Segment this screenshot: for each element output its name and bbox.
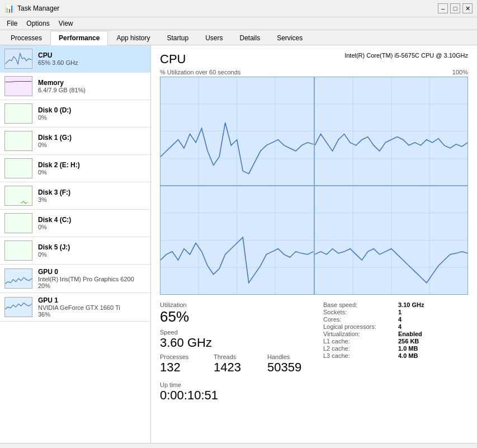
cpu-model: Intel(R) Core(TM) i5-5675C CPU @ 3.10GHz <box>344 52 468 59</box>
stats-section: Utilization 65% Speed 3.60 GHz Processes… <box>160 301 468 406</box>
sidebar-item-memory[interactable]: Memory 6.4/7.9 GB (81%) <box>0 73 150 100</box>
disk4-mini-graph <box>5 214 32 233</box>
disk2-name: Disk 2 (E: H:) <box>38 161 146 169</box>
uptime-label: Up time <box>160 381 312 388</box>
tab-processes[interactable]: Processes <box>2 31 50 45</box>
sidebar-item-disk0[interactable]: Disk 0 (D:) 0% <box>0 100 150 128</box>
sidebar-item-disk3[interactable]: Disk 3 (F:) 3% <box>0 182 150 210</box>
speed-label-text: Speed <box>160 329 312 336</box>
graph-panel-top-left <box>160 77 314 185</box>
cpu-header: CPU Intel(R) Core(TM) i5-5675C CPU @ 3.1… <box>160 52 468 67</box>
gpu0-percent: 20% <box>38 282 146 289</box>
gpu1-percent: 36% <box>38 311 146 318</box>
disk2-value: 0% <box>38 169 146 176</box>
graph-panel-bottom-left <box>160 186 314 294</box>
disk0-value: 0% <box>38 114 146 121</box>
gpu1-mini-graph <box>5 298 32 317</box>
l3-val: 4.0 MB <box>398 352 418 359</box>
base-speed-key: Base speed: <box>323 301 396 308</box>
processes-label-text: Processes <box>160 353 205 360</box>
disk0-info: Disk 0 (D:) 0% <box>38 106 146 121</box>
uptime-group: Up time 0:00:10:51 <box>160 381 312 403</box>
uptime-value: 0:00:10:51 <box>160 388 312 403</box>
spec-virt: Virtualization: Enabled <box>323 331 468 337</box>
tab-users[interactable]: Users <box>197 31 231 45</box>
disk0-thumbnail <box>4 103 32 124</box>
svg-rect-7 <box>5 241 32 261</box>
disk1-mini-graph <box>5 131 32 151</box>
svg-rect-9 <box>5 298 31 317</box>
utilization-value: 65% <box>160 308 312 326</box>
stats-right: Base speed: 3.10 GHz Sockets: 1 Cores: 4… <box>323 301 468 406</box>
logical-val: 4 <box>398 323 402 330</box>
cpu-value: 65% 3.60 GHz <box>38 59 146 66</box>
disk4-name: Disk 4 (C:) <box>38 216 146 224</box>
disk1-name: Disk 1 (G:) <box>38 134 146 142</box>
disk3-thumbnail <box>4 186 32 206</box>
l2-key: L2 cache: <box>323 345 396 352</box>
sockets-key: Sockets: <box>323 309 396 315</box>
sidebar-item-gpu0[interactable]: GPU 0 Intel(R) Iris(TM) Pro Graphics 620… <box>0 265 150 293</box>
tab-performance[interactable]: Performance <box>50 31 108 45</box>
memory-mini-graph <box>5 77 32 96</box>
gpu0-name: GPU 0 <box>38 268 146 276</box>
sockets-val: 1 <box>398 309 402 315</box>
menu-file[interactable]: File <box>2 18 22 29</box>
memory-info: Memory 6.4/7.9 GB (81%) <box>38 79 146 93</box>
sidebar-item-disk2[interactable]: Disk 2 (E: H:) 0% <box>0 155 150 182</box>
tab-startup[interactable]: Startup <box>158 31 197 45</box>
spec-l2: L2 cache: 1.0 MB <box>323 345 468 352</box>
l3-key: L3 cache: <box>323 352 396 359</box>
sidebar-item-disk5[interactable]: Disk 5 (J:) 0% <box>0 237 150 265</box>
memory-value: 6.4/7.9 GB (81%) <box>38 87 146 93</box>
graph-max: 100% <box>452 69 468 76</box>
spec-logical: Logical processors: 4 <box>323 323 468 330</box>
gpu0-info: GPU 0 Intel(R) Iris(TM) Pro Graphics 620… <box>38 268 146 289</box>
l1-key: L1 cache: <box>323 338 396 345</box>
svg-rect-6 <box>5 214 32 233</box>
svg-rect-5 <box>5 186 32 206</box>
virt-key: Virtualization: <box>323 331 396 337</box>
svg-rect-3 <box>5 131 32 151</box>
cpu-thumbnail <box>4 49 32 69</box>
menu-bar: File Options View <box>0 17 477 30</box>
disk5-thumbnail <box>4 240 32 261</box>
stats-left: Utilization 65% Speed 3.60 GHz Processes… <box>160 301 312 406</box>
disk2-mini-graph <box>5 159 32 178</box>
memory-thumbnail <box>4 76 32 96</box>
disk5-value: 0% <box>38 251 146 258</box>
disk3-info: Disk 3 (F:) 3% <box>38 188 146 203</box>
tab-details[interactable]: Details <box>231 31 268 45</box>
speed-value: 3.60 GHz <box>160 336 312 350</box>
spec-sockets: Sockets: 1 <box>323 309 468 315</box>
tab-app-history[interactable]: App history <box>108 31 158 45</box>
sidebar-item-cpu[interactable]: CPU 65% 3.60 GHz <box>0 45 150 73</box>
sidebar: CPU 65% 3.60 GHz Memory 6.4/7.9 GB (81%) <box>0 45 151 443</box>
graph-svg-bl <box>160 186 314 294</box>
disk4-value: 0% <box>38 224 146 230</box>
sidebar-item-disk4[interactable]: Disk 4 (C:) 0% <box>0 210 150 237</box>
spec-l3: L3 cache: 4.0 MB <box>323 352 468 359</box>
sidebar-item-disk1[interactable]: Disk 1 (G:) 0% <box>0 128 150 155</box>
main-area: CPU 65% 3.60 GHz Memory 6.4/7.9 GB (81%) <box>0 45 477 443</box>
menu-options[interactable]: Options <box>22 18 54 29</box>
maximize-button[interactable]: □ <box>450 3 460 13</box>
sidebar-item-gpu1[interactable]: GPU 1 NVIDIA GeForce GTX 1660 Ti 36% <box>0 293 150 322</box>
minimize-button[interactable]: – <box>438 3 448 13</box>
disk5-name: Disk 5 (J:) <box>38 243 146 251</box>
menu-view[interactable]: View <box>54 18 78 29</box>
speed-group: Speed 3.60 GHz <box>160 329 312 350</box>
graph-label: % Utilization over 60 seconds <box>160 69 240 76</box>
gpu0-value: Intel(R) Iris(TM) Pro Graphics 6200 <box>38 276 146 282</box>
disk5-mini-graph <box>5 241 32 261</box>
close-button[interactable]: ✕ <box>462 3 473 13</box>
spec-base-speed: Base speed: 3.10 GHz <box>323 301 468 308</box>
tab-services[interactable]: Services <box>268 31 311 45</box>
svg-rect-1 <box>5 77 31 96</box>
utilization-label: % Utilization over 60 seconds 100% <box>160 69 468 76</box>
svg-rect-2 <box>5 104 32 124</box>
disk0-mini-graph <box>5 104 32 124</box>
disk1-info: Disk 1 (G:) 0% <box>38 134 146 148</box>
tab-bar: Processes Performance App history Startu… <box>0 30 477 45</box>
spec-table: Base speed: 3.10 GHz Sockets: 1 Cores: 4… <box>323 301 468 359</box>
